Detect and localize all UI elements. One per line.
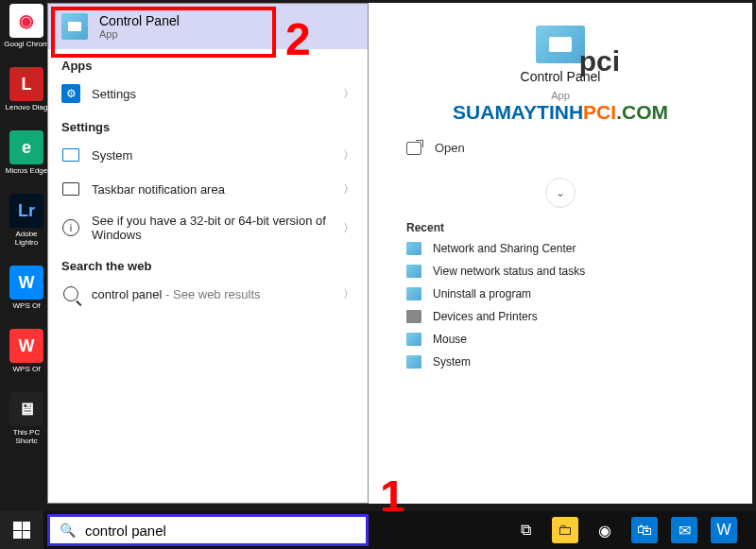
system-icon [61,146,80,164]
recent-item[interactable]: Mouse [406,333,714,346]
desktop-icon[interactable]: 🖥This PC Shortc [4,392,49,445]
search-icon [61,284,80,303]
taskbar-icon [61,180,80,198]
start-search-panel: Control Panel App Apps ⚙ Settings 〉 Sett… [47,3,369,504]
chevron-right-icon: 〉 [343,286,354,302]
chevron-right-icon: 〉 [343,220,354,236]
desktop-icon-label: WPS Of [13,301,41,310]
web-section-header: Search the web [48,249,368,277]
taskbar-pinned-apps: ⧉ 🗀 ◉ 🛍 ✉ W [512,517,756,543]
desktop-icon[interactable]: eMicros Edge [4,130,49,175]
start-button[interactable] [0,511,43,549]
recent-item[interactable]: System [406,355,714,369]
cp-item-icon [406,265,421,278]
preview-header: Control Panel App [369,3,752,107]
mail-icon[interactable]: ✉ [671,517,697,543]
cp-item-icon [406,287,421,300]
desktop-icon-label: This PC Shortc [4,428,49,445]
taskbar-search-box[interactable]: 🔍 [47,514,369,546]
result-label: Taskbar notification area [92,182,332,197]
result-label: See if you have a 32-bit or 64-bit versi… [92,214,332,242]
search-icon: 🔍 [60,523,76,538]
recent-header: Recent [369,217,752,242]
result-system[interactable]: System 〉 [48,138,368,172]
desktop-icon[interactable]: LrAdobe Lightro [4,194,49,247]
store-icon[interactable]: 🛍 [631,517,658,543]
chevron-right-icon: 〉 [343,147,354,163]
recent-label: Network and Sharing Center [433,242,576,255]
result-label: control panel - See web results [92,287,332,301]
recent-list: Network and Sharing Center View network … [369,242,752,369]
web-suffix-text: - See web results [162,287,260,301]
recent-item[interactable]: View network status and tasks [406,265,714,278]
cp-item-icon [406,333,421,346]
desktop-icon[interactable]: WWPS Of [4,329,49,373]
desktop-icon-label: Lenovo Diag [6,103,48,112]
recent-label: Devices and Printers [433,310,538,323]
control-panel-icon [536,26,585,63]
open-button[interactable]: Open [406,135,714,161]
expand-button[interactable]: ⌄ [545,178,576,208]
desktop-icon-label: Micros Edge [6,166,47,175]
recent-label: View network status and tasks [433,265,585,278]
desktop-icon[interactable]: ◉Googl Chrom [4,4,49,48]
result-web-search[interactable]: control panel - See web results 〉 [48,277,368,311]
info-icon: i [61,218,80,237]
recent-item[interactable]: Devices and Printers [406,310,714,323]
cp-item-icon [406,355,421,369]
recent-label: Mouse [433,333,467,346]
desktop-icon[interactable]: LLenovo Diag [4,67,49,112]
chevron-right-icon: 〉 [343,86,354,102]
annotation-number-2: 2 [285,13,311,65]
printer-icon [406,310,421,323]
settings-section-header: Settings [48,111,368,138]
search-input[interactable] [85,523,356,539]
result-taskbar-notification[interactable]: Taskbar notification area 〉 [48,172,368,206]
watermark-logo: pci [579,45,620,77]
cp-item-icon [406,242,421,255]
annotation-box-2 [51,7,276,58]
recent-item[interactable]: Uninstall a program [406,287,714,300]
open-label: Open [435,141,465,155]
chrome-icon[interactable]: ◉ [592,517,618,543]
desktop: ◉Googl Chrom LLenovo Diag eMicros Edge L… [0,0,756,549]
taskbar: 🔍 ⧉ 🗀 ◉ 🛍 ✉ W [0,511,756,549]
desktop-icon[interactable]: WWPS Of [4,266,49,310]
windows-logo-icon [13,522,30,539]
desktop-icon-label: Adobe Lightro [4,230,49,247]
desktop-icons-column: ◉Googl Chrom LLenovo Diag eMicros Edge L… [4,4,49,445]
result-preview-panel: Control Panel App pci SUAMAYTINHPCI.COM … [369,3,752,504]
result-settings[interactable]: ⚙ Settings 〉 [48,77,368,111]
desktop-icon-label: WPS Of [13,365,41,373]
settings-icon: ⚙ [61,84,80,103]
recent-label: System [433,355,471,369]
result-bitness[interactable]: i See if you have a 32-bit or 64-bit ver… [48,206,368,249]
result-label: System [92,148,332,163]
preview-subtitle: App [551,90,570,101]
chevron-right-icon: 〉 [343,181,354,197]
web-query-text: control panel [92,287,162,301]
recent-label: Uninstall a program [433,287,531,300]
desktop-icon-label: Googl Chrom [4,40,49,48]
result-label: Settings [92,87,332,101]
file-explorer-icon[interactable]: 🗀 [552,517,578,543]
recent-item[interactable]: Network and Sharing Center [406,242,714,255]
open-icon [406,142,421,155]
watermark-text: SUAMAYTINHPCI.COM [453,101,668,124]
task-view-icon[interactable]: ⧉ [512,517,539,543]
wps-icon[interactable]: W [711,517,737,543]
